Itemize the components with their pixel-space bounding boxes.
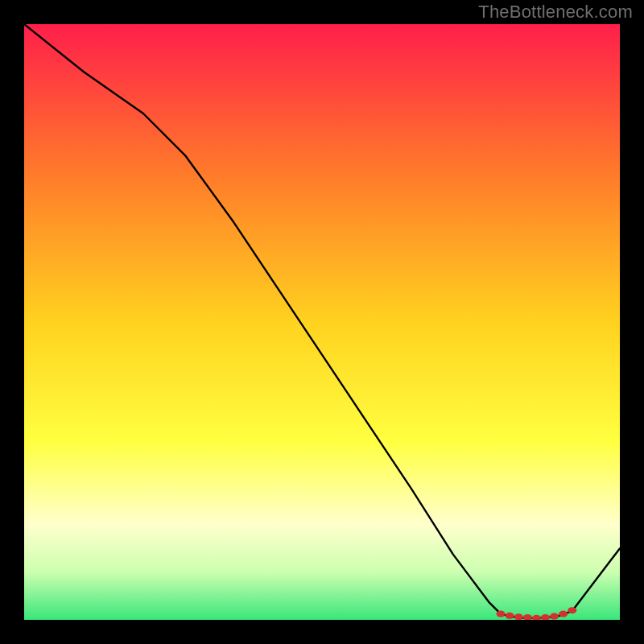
gradient-background <box>24 24 620 620</box>
chart-plot-area <box>24 24 620 620</box>
watermark-text: TheBottleneck.com <box>478 2 633 23</box>
chart-svg <box>24 24 620 620</box>
data-marker <box>497 611 506 617</box>
chart-container: TheBottleneck.com <box>0 0 644 644</box>
data-marker <box>550 613 559 620</box>
data-marker <box>568 607 576 613</box>
data-marker <box>514 613 523 620</box>
data-marker <box>506 613 514 619</box>
data-marker <box>559 611 568 617</box>
